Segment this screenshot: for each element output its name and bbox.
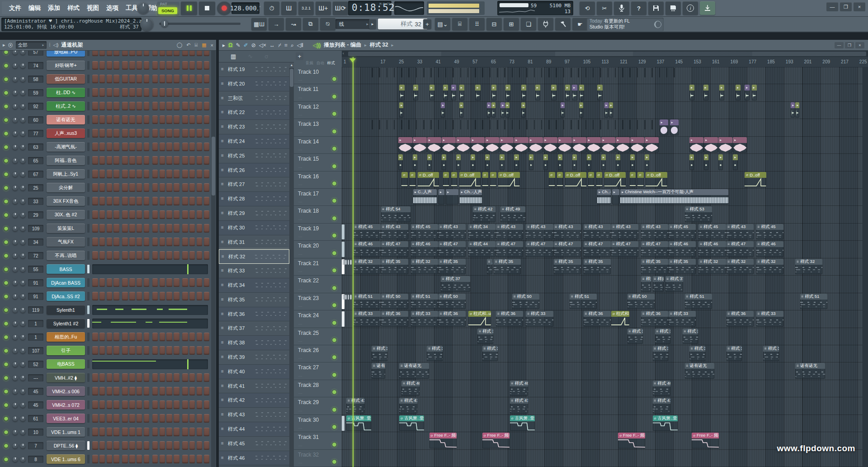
step-cell[interactable] [166,51,172,56]
clip[interactable]: ≡样式 43 [496,224,523,239]
step-cell[interactable] [122,197,128,205]
clip-header[interactable]: ≡诺有诺无 [795,363,825,369]
clip-header[interactable]: ▸ [572,85,577,91]
playback-tool-icon[interactable]: ◁‖ [297,42,303,48]
channel-volume-knob[interactable] [20,321,25,326]
step-cell[interactable] [129,143,135,151]
step-cell[interactable] [144,238,150,246]
step-cell[interactable] [113,414,119,423]
step-cell[interactable] [144,292,150,300]
channel-pan-knob[interactable] [13,253,18,258]
clip[interactable]: σ [588,172,594,187]
channel-pan-knob[interactable] [13,240,18,245]
step-cell[interactable] [122,251,128,260]
channel-led[interactable] [4,172,9,177]
channel-name-button[interactable]: 30X..色 #2 [47,210,85,219]
step-cell[interactable] [204,143,210,151]
track-header[interactable]: Track 27⋯ [294,362,342,380]
track-led[interactable] [332,94,337,99]
channel-pan-knob[interactable] [13,118,18,123]
clip[interactable]: ▸ [505,102,509,118]
channel-pan-knob[interactable] [13,63,18,68]
channel-name-button[interactable]: Sylenth1 #2 [47,319,85,328]
clip-header[interactable]: ▸ [451,85,456,91]
clip-header[interactable]: ≡样式 32 [353,259,380,265]
zoom-tool-icon[interactable]: ⌕ [291,42,294,48]
track-header[interactable]: Track 12⋯ [294,102,342,119]
clip[interactable]: ▸ [500,102,505,118]
clip[interactable]: σ [630,172,636,187]
channel-name-button[interactable]: 阿福..音色 [47,156,85,165]
clip[interactable]: ≡诺有诺无 [372,363,385,378]
channel-led[interactable] [4,294,9,299]
clip-header[interactable]: σ [482,172,488,178]
channel-number[interactable]: 8 [28,456,43,463]
track-content[interactable]: ≡样式 51≡样式 50≡样式 51≡样式 50≡样式 50≡样式 51≡样式 … [342,293,868,310]
channel-display-icon[interactable]: ⠿ [469,18,485,30]
clip[interactable]: ≡样式 43 [641,224,668,239]
channel-led[interactable] [4,253,9,258]
step-cell[interactable] [197,102,203,110]
channel-volume-knob[interactable] [20,104,25,109]
rack-scrollbar-thumb[interactable] [212,137,215,195]
clip-header[interactable] [343,295,344,300]
clip[interactable]: ▸ [612,189,619,205]
step-cell[interactable] [174,61,179,70]
clip[interactable]: ≡样式 33 [756,311,783,326]
clip[interactable]: σ [549,172,555,187]
step-cell[interactable] [152,414,158,423]
step-cell[interactable] [174,238,179,246]
step-cell[interactable] [166,197,172,205]
step-cell[interactable] [197,115,203,124]
clip-header[interactable]: ▸ [442,154,446,160]
save-new-version-icon[interactable] [665,1,681,15]
step-cell[interactable] [182,373,188,382]
step-cell[interactable] [189,278,195,287]
step-cell[interactable] [189,156,195,165]
step-cell[interactable] [92,428,98,436]
channel-piano-preview[interactable] [92,305,208,315]
step-cell[interactable] [174,143,179,151]
clip[interactable]: ▸ [487,102,491,118]
channel-pan-knob[interactable] [13,213,18,218]
mixer-track-indicator[interactable] [87,278,90,287]
step-cell[interactable] [204,278,210,287]
clip-header[interactable]: ▸ [670,119,679,125]
channel-pan-knob[interactable] [13,457,18,462]
clip[interactable]: ≡样式 36 [584,311,611,326]
track-name[interactable]: Track 12 [298,104,319,110]
step-cell[interactable] [166,400,172,409]
channel-name-button[interactable]: VMH..#2 ⧫ [47,373,85,382]
playlist-minimize-button[interactable]: — [835,42,844,48]
step-cell[interactable] [204,88,210,97]
track-header[interactable]: Track 13⋯ [294,119,342,136]
step-cell[interactable] [122,428,128,436]
clip[interactable]: ≡样式 46 [411,241,438,257]
step-cell[interactable] [189,170,195,178]
step-cell[interactable] [137,251,142,260]
step-cell[interactable] [197,129,203,138]
step-cell[interactable] [197,143,203,151]
typing-keyboard-icon[interactable]: Ш+ [316,1,331,15]
clip-header[interactable]: ≡样式 51 [685,294,712,300]
clip-header[interactable]: ▸ [561,102,565,108]
track-header[interactable]: Track 21⋯ [294,258,342,276]
channel-led[interactable] [4,118,9,123]
step-cell[interactable] [144,183,150,192]
clip[interactable]: ≡样式 35 [439,259,466,274]
channel-volume-knob[interactable] [20,240,25,245]
step-cell[interactable] [122,129,128,138]
track-options-dots[interactable]: ⋯ [298,391,302,396]
clip-header[interactable]: ▸ [572,137,586,143]
step-cell[interactable] [189,441,195,450]
mixer-track-indicator[interactable] [87,292,90,300]
maximize-button[interactable]: ❐ [840,2,852,11]
clip-header[interactable]: ▸ [565,85,570,91]
track-content[interactable]: ≡样式 41≡样式 41≡样式 41≡样式 41 [342,397,868,415]
clip[interactable]: ≡样式 47 [726,241,754,257]
clip[interactable]: ▸ [543,154,548,170]
step-cell[interactable] [92,170,98,178]
clip[interactable]: ≡样式 39 [372,346,387,361]
clip-header[interactable]: ≡样式 39 [653,346,669,352]
channel-number[interactable]: 58 [28,76,43,83]
